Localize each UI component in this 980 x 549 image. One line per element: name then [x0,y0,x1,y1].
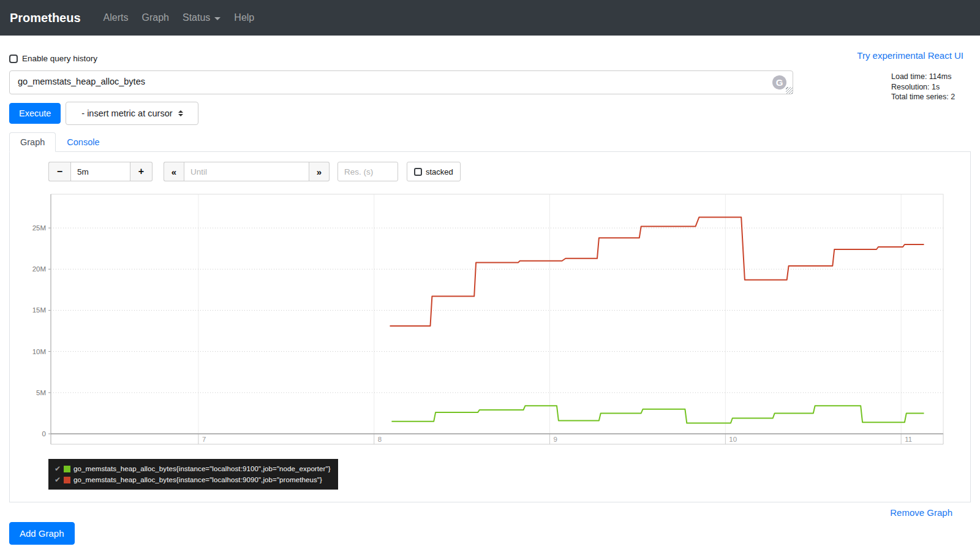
range-increase-button[interactable]: + [130,162,153,181]
enable-query-history-checkbox[interactable] [9,55,18,63]
try-react-ui-link[interactable]: Try experimental React UI [857,50,963,61]
brand-prometheus[interactable]: Prometheus [10,11,81,25]
svg-text:7: 7 [202,436,206,443]
stat-resolution: Resolution: 1s [891,82,955,93]
execute-button[interactable]: Execute [9,103,61,124]
until-input-group: « » [164,162,330,181]
tab-console[interactable]: Console [56,132,110,152]
query-expression-input[interactable]: go_memstats_heap_alloc_bytes [9,70,793,94]
time-series-plot[interactable]: 789101105M10M15M20M25M [10,190,969,453]
add-graph-button[interactable]: Add Graph [9,522,75,545]
nav-item-status[interactable]: Status [183,12,221,23]
query-row: go_memstats_heap_alloc_bytes G Load time… [9,70,971,94]
nav-item-alerts[interactable]: Alerts [104,12,129,23]
stacked-checkbox[interactable] [414,168,422,176]
enable-query-history-label: Enable query history [22,54,97,63]
textarea-resize-handle[interactable] [786,87,793,94]
graph-loading-icon: G [772,75,786,89]
remove-graph-link[interactable]: Remove Graph [890,507,952,518]
graph-console-tabs: Graph Console [9,132,971,152]
range-input[interactable] [70,162,130,181]
query-stats: Load time: 114ms Resolution: 1s Total ti… [891,72,955,102]
nav-item-status-label: Status [183,12,210,23]
svg-text:11: 11 [905,436,912,443]
stat-load-time: Load time: 114ms [891,72,955,82]
forward-button[interactable]: » [309,162,330,181]
top-navbar: Prometheus Alerts Graph Status Help [0,0,980,36]
series-swatch-green [64,466,70,472]
chevron-down-icon [214,17,221,20]
check-icon: ✔ [55,464,61,473]
query-history-row: Enable query history Try experimental Re… [9,53,971,64]
svg-text:15M: 15M [32,306,46,314]
stat-total-series: Total time series: 2 [891,92,955,102]
series-swatch-red [64,477,70,483]
nav-item-help-label: Help [234,12,254,23]
svg-text:20M: 20M [32,265,46,273]
svg-text:5M: 5M [36,389,46,396]
legend-label: go_memstats_heap_alloc_bytes{instance="l… [74,465,331,472]
graph-controls: − + « » stacked [48,162,970,181]
chart-area: 789101105M10M15M20M25M [10,190,970,456]
stacked-label: stacked [426,167,453,176]
remove-graph-row: Remove Graph [9,507,971,518]
insert-metric-select-value: - insert metric at cursor [81,108,172,118]
range-decrease-button[interactable]: − [48,162,70,181]
execute-row: Execute - insert metric at cursor [9,102,971,125]
nav-item-alerts-label: Alerts [104,12,129,23]
svg-text:9: 9 [554,436,557,443]
stacked-toggle-button[interactable]: stacked [407,162,461,181]
insert-metric-select[interactable]: - insert metric at cursor [66,102,198,125]
graph-panel: − + « » stacked 789101105M10M15M20M25M ✔ [9,152,971,502]
legend-label: go_memstats_heap_alloc_bytes{instance="l… [74,476,322,483]
nav-item-graph[interactable]: Graph [142,12,169,23]
check-icon: ✔ [55,475,61,484]
rewind-button[interactable]: « [164,162,184,181]
main-content: Enable query history Try experimental Re… [0,53,980,518]
tab-graph[interactable]: Graph [9,132,56,152]
range-input-group: − + [48,162,153,181]
legend-item-prometheus[interactable]: ✔ go_memstats_heap_alloc_bytes{instance=… [55,474,331,485]
nav-item-graph-label: Graph [142,12,169,23]
add-graph-row: Add Graph [0,522,980,545]
svg-text:10: 10 [729,436,737,443]
legend-item-node-exporter[interactable]: ✔ go_memstats_heap_alloc_bytes{instance=… [55,463,331,474]
svg-text:0: 0 [42,430,46,437]
svg-text:10M: 10M [32,348,46,355]
until-input[interactable] [184,162,309,181]
select-updown-icon [178,110,183,116]
svg-text:25M: 25M [32,224,46,232]
nav-item-help[interactable]: Help [234,12,254,23]
chart-legend: ✔ go_memstats_heap_alloc_bytes{instance=… [48,459,338,490]
svg-text:8: 8 [378,436,382,443]
resolution-input[interactable] [337,162,398,181]
